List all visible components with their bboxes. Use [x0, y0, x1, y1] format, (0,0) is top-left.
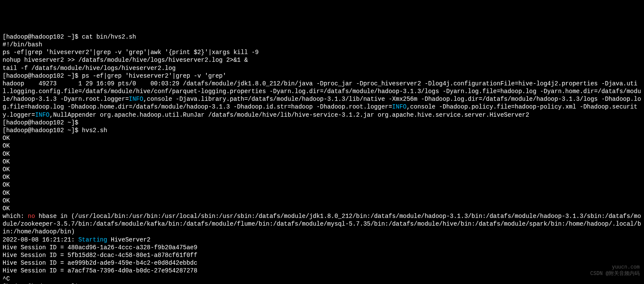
info-level: INFO [129, 96, 143, 103]
which-output: which: no hbase in (/usr/local/bin:/usr/… [3, 212, 641, 236]
session-id-line: Hive Session ID = 480acd96-1a26-4ccc-a32… [3, 244, 641, 251]
ps-output: hadoop 49273 1 29 16:09 pts/0 00:03:29 /… [3, 80, 641, 119]
service-name: HiveServer2 [107, 236, 151, 243]
ctrl-c: ^C [3, 275, 641, 283]
terminal-output[interactable]: [hadoop@hadoop102 ~]$ cat bin/hvs2.sh#!/… [3, 33, 641, 284]
starting-keyword: Starting [78, 236, 107, 243]
no-keyword: no [28, 213, 35, 220]
output-line: OK [3, 197, 641, 205]
output-line: ps -ef|grep 'hiveserver2'|grep -v 'grep'… [3, 48, 641, 56]
watermark-text: yuucn.com [612, 264, 640, 271]
output-line: OK [3, 181, 641, 189]
shell-prompt: [hadoop@hadoop102 ~]$ [3, 73, 82, 79]
output-line: OK [3, 142, 641, 150]
command-text: ps -ef|grep 'hiveserver2'|grep -v 'grep' [82, 73, 226, 79]
which-text: which: [3, 213, 28, 220]
output-line: OK [3, 189, 641, 197]
timestamp: 2022-08-08 16:21:21: [3, 236, 78, 243]
which-text: hbase in (/usr/local/bin:/usr/bin:/usr/l… [3, 213, 641, 235]
session-id-line: Hive Session ID = 5fb15d82-dcac-4c58-80e… [3, 251, 641, 259]
command-text: hvs2.sh [82, 127, 107, 134]
ps-text: ,NullAppender org.apache.hadoop.util.Run… [49, 112, 529, 118]
output-line: OK [3, 134, 641, 142]
session-id-line: Hive Session ID = ae999b2d-ade9-459e-b4c… [3, 259, 641, 267]
shell-prompt: [hadoop@hadoop102 ~]$ [3, 119, 82, 126]
info-level: INFO [35, 112, 50, 118]
output-line: nohup hiveserver2 >> /datafs/module/hive… [3, 56, 641, 64]
session-id-line: Hive Session ID = a7acf75a-7396-4d0a-b0d… [3, 267, 641, 275]
output-line: #!/bin/bash [3, 41, 641, 48]
timestamp-line: 2022-08-08 16:21:21: Starting HiveServer… [3, 236, 641, 244]
watermark-csdn: CSDN @附关音频内码 [590, 271, 640, 278]
command-text: cat bin/hvs2.sh [82, 33, 136, 40]
shell-prompt: [hadoop@hadoop102 ~]$ [3, 33, 82, 40]
shell-prompt: [hadoop@hadoop102 ~]$ [3, 127, 82, 134]
output-line: OK [3, 166, 641, 173]
output-line: OK [3, 205, 641, 212]
output-line: OK [3, 158, 641, 166]
info-level: INFO [392, 103, 407, 110]
output-line: OK [3, 150, 641, 158]
output-line: OK [3, 173, 641, 181]
output-line: tail -f /datafs/module/hive/logs/hiveser… [3, 64, 641, 72]
